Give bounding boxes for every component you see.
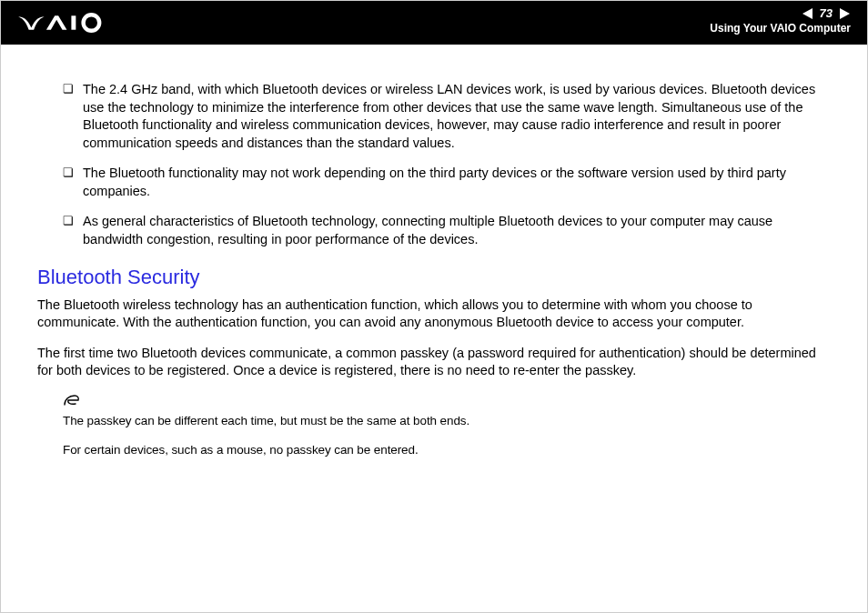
page-number: 73 [816, 6, 836, 20]
page-header: 73 Using Your VAIO Computer [1, 1, 867, 45]
note-text: The passkey can be different each time, … [63, 413, 831, 429]
svg-rect-0 [71, 15, 76, 29]
list-item: The 2.4 GHz band, with which Bluetooth d… [63, 81, 831, 152]
note-text: For certain devices, such as a mouse, no… [63, 442, 831, 458]
svg-marker-2 [802, 8, 812, 19]
page-content: The 2.4 GHz band, with which Bluetooth d… [1, 45, 867, 458]
section-heading: Bluetooth Security [37, 266, 831, 289]
page-navigator: 73 [710, 6, 851, 20]
list-item: As general characteristics of Bluetooth … [63, 213, 831, 248]
svg-marker-3 [840, 8, 850, 19]
next-page-icon[interactable] [838, 7, 851, 20]
body-paragraph: The first time two Bluetooth devices com… [37, 345, 831, 380]
header-subtitle: Using Your VAIO Computer [710, 22, 851, 35]
note-icon [63, 393, 831, 411]
list-item: The Bluetooth functionality may not work… [63, 165, 831, 200]
note-block: The passkey can be different each time, … [63, 393, 831, 458]
prev-page-icon[interactable] [802, 7, 814, 20]
bullet-list: The 2.4 GHz band, with which Bluetooth d… [63, 81, 831, 249]
vaio-logo [17, 10, 117, 35]
svg-point-1 [84, 15, 100, 31]
header-right: 73 Using Your VAIO Computer [710, 6, 851, 35]
body-paragraph: The Bluetooth wireless technology has an… [37, 296, 831, 332]
